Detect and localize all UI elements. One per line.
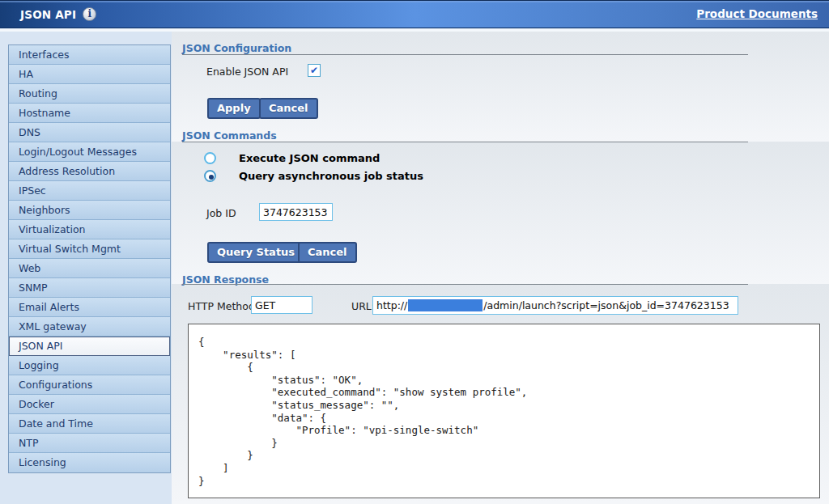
section-rule bbox=[182, 284, 748, 285]
sidebar-item-email-alerts[interactable]: Email Alerts bbox=[9, 298, 170, 317]
http-method-label: HTTP Method: bbox=[188, 300, 258, 312]
url-redaction-block bbox=[408, 299, 483, 311]
sidebar: InterfacesHARoutingHostnameDNSLogin/Logo… bbox=[8, 44, 171, 473]
http-method-input[interactable] bbox=[251, 296, 312, 314]
header-bar: JSON API i Product Documents bbox=[0, 0, 829, 28]
sidebar-item-address-resolution[interactable]: Address Resolution bbox=[9, 162, 170, 181]
url-prefix: http:// bbox=[376, 299, 407, 311]
cancel-button-commands[interactable]: Cancel bbox=[298, 242, 357, 263]
section-rule bbox=[182, 142, 748, 142]
sidebar-item-hostname[interactable]: Hostname bbox=[9, 104, 170, 123]
url-suffix: /admin/launch?script=json&job_id=3747623… bbox=[483, 299, 729, 311]
json-response-text: { "results": [ { "status": "OK", "execut… bbox=[189, 324, 819, 487]
url-label: URL: bbox=[351, 300, 375, 312]
enable-json-api-checkbox[interactable]: ✔ bbox=[308, 64, 321, 77]
sidebar-item-routing[interactable]: Routing bbox=[9, 84, 170, 104]
section-title-json-configuration: JSON Configuration bbox=[182, 42, 291, 54]
apply-button[interactable]: Apply bbox=[207, 98, 261, 119]
job-id-input[interactable] bbox=[259, 203, 333, 221]
url-input[interactable]: http:// /admin/launch?script=json&job_id… bbox=[372, 296, 738, 315]
page: JSON API i Product Documents InterfacesH… bbox=[0, 0, 829, 504]
enable-json-api-label: Enable JSON API bbox=[206, 66, 288, 78]
sidebar-item-configurations[interactable]: Configurations bbox=[9, 375, 170, 395]
sidebar-item-ha[interactable]: HA bbox=[9, 65, 170, 84]
query-job-status-label[interactable]: Query asynchronous job status bbox=[239, 170, 423, 182]
sidebar-item-docker[interactable]: Docker bbox=[9, 395, 170, 414]
sidebar-item-interfaces[interactable]: Interfaces bbox=[9, 45, 170, 65]
sidebar-item-ntp[interactable]: NTP bbox=[9, 434, 170, 453]
sidebar-item-login-logout-messages[interactable]: Login/Logout Messages bbox=[9, 142, 170, 162]
sidebar-item-xml-gateway[interactable]: XML gateway bbox=[9, 317, 170, 337]
job-id-label: Job ID bbox=[206, 207, 236, 219]
product-documents-link[interactable]: Product Documents bbox=[696, 7, 818, 20]
sidebar-item-ipsec[interactable]: IPSec bbox=[9, 181, 170, 201]
execute-json-command-label[interactable]: Execute JSON command bbox=[239, 152, 380, 164]
section-rule bbox=[182, 54, 748, 55]
info-icon[interactable]: i bbox=[83, 7, 96, 21]
sidebar-item-licensing[interactable]: Licensing bbox=[9, 453, 170, 472]
page-title: JSON API bbox=[20, 8, 76, 21]
sidebar-item-logging[interactable]: Logging bbox=[9, 356, 170, 375]
cancel-button-configuration[interactable]: Cancel bbox=[259, 98, 318, 119]
section-title-json-commands: JSON Commands bbox=[182, 129, 277, 142]
sidebar-item-neighbors[interactable]: Neighbors bbox=[9, 201, 170, 220]
sidebar-item-virtual-switch-mgmt[interactable]: Virtual Switch Mgmt bbox=[9, 239, 170, 259]
sidebar-item-date-and-time[interactable]: Date and Time bbox=[9, 414, 170, 434]
sidebar-item-virtualization[interactable]: Virtualization bbox=[9, 220, 170, 239]
query-status-button[interactable]: Query Status bbox=[207, 242, 304, 263]
execute-json-command-radio[interactable] bbox=[204, 152, 216, 164]
sidebar-item-web[interactable]: Web bbox=[9, 259, 170, 278]
query-job-status-radio[interactable] bbox=[204, 170, 216, 182]
sidebar-item-json-api[interactable]: JSON API bbox=[9, 337, 170, 356]
sidebar-item-dns[interactable]: DNS bbox=[9, 123, 170, 142]
sidebar-item-snmp[interactable]: SNMP bbox=[9, 278, 170, 298]
json-response-box: { "results": [ { "status": "OK", "execut… bbox=[188, 324, 820, 498]
